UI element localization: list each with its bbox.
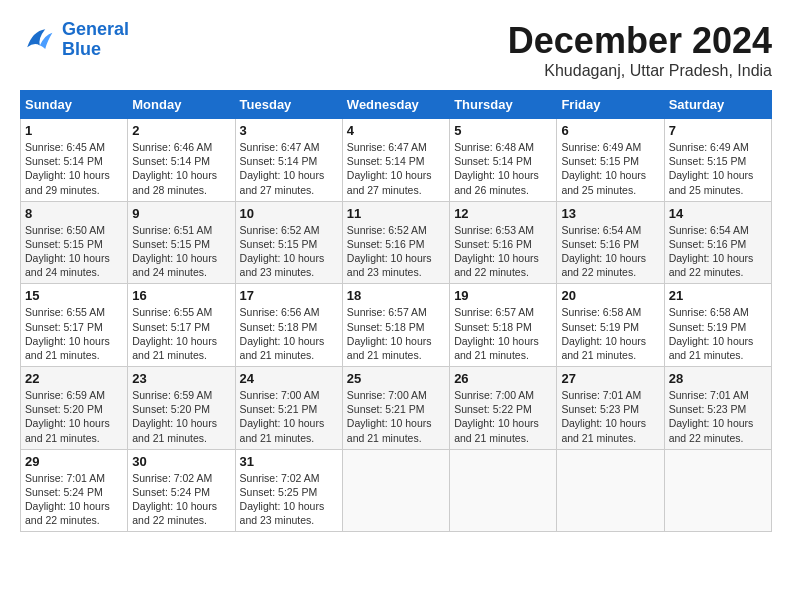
logo: General Blue [20,20,129,60]
calendar-cell: 1Sunrise: 6:45 AMSunset: 5:14 PMDaylight… [21,119,128,202]
calendar-cell: 7Sunrise: 6:49 AMSunset: 5:15 PMDaylight… [664,119,771,202]
calendar-cell: 31Sunrise: 7:02 AMSunset: 5:25 PMDayligh… [235,449,342,532]
day-number: 26 [454,371,552,386]
calendar-header-row: SundayMondayTuesdayWednesdayThursdayFrid… [21,91,772,119]
day-info: Sunrise: 7:02 AMSunset: 5:25 PMDaylight:… [240,471,338,528]
calendar-cell: 5Sunrise: 6:48 AMSunset: 5:14 PMDaylight… [450,119,557,202]
day-number: 4 [347,123,445,138]
calendar-cell: 4Sunrise: 6:47 AMSunset: 5:14 PMDaylight… [342,119,449,202]
day-info: Sunrise: 7:01 AMSunset: 5:23 PMDaylight:… [561,388,659,445]
page-header: General Blue December 2024 Khudaganj, Ut… [20,20,772,80]
calendar-cell: 30Sunrise: 7:02 AMSunset: 5:24 PMDayligh… [128,449,235,532]
day-info: Sunrise: 6:48 AMSunset: 5:14 PMDaylight:… [454,140,552,197]
calendar-cell: 29Sunrise: 7:01 AMSunset: 5:24 PMDayligh… [21,449,128,532]
day-info: Sunrise: 6:52 AMSunset: 5:16 PMDaylight:… [347,223,445,280]
day-info: Sunrise: 6:59 AMSunset: 5:20 PMDaylight:… [132,388,230,445]
calendar-cell: 22Sunrise: 6:59 AMSunset: 5:20 PMDayligh… [21,367,128,450]
day-info: Sunrise: 6:51 AMSunset: 5:15 PMDaylight:… [132,223,230,280]
calendar-cell: 16Sunrise: 6:55 AMSunset: 5:17 PMDayligh… [128,284,235,367]
day-info: Sunrise: 6:55 AMSunset: 5:17 PMDaylight:… [25,305,123,362]
day-of-week-header: Friday [557,91,664,119]
day-info: Sunrise: 7:01 AMSunset: 5:24 PMDaylight:… [25,471,123,528]
calendar-cell: 14Sunrise: 6:54 AMSunset: 5:16 PMDayligh… [664,201,771,284]
logo-line2: Blue [62,39,101,59]
location-subtitle: Khudaganj, Uttar Pradesh, India [508,62,772,80]
day-info: Sunrise: 6:56 AMSunset: 5:18 PMDaylight:… [240,305,338,362]
day-number: 6 [561,123,659,138]
day-info: Sunrise: 6:49 AMSunset: 5:15 PMDaylight:… [669,140,767,197]
logo-text: General Blue [62,20,129,60]
day-of-week-header: Saturday [664,91,771,119]
day-number: 31 [240,454,338,469]
day-info: Sunrise: 7:02 AMSunset: 5:24 PMDaylight:… [132,471,230,528]
month-title: December 2024 [508,20,772,62]
calendar-cell: 2Sunrise: 6:46 AMSunset: 5:14 PMDaylight… [128,119,235,202]
day-of-week-header: Monday [128,91,235,119]
day-number: 8 [25,206,123,221]
day-number: 18 [347,288,445,303]
day-number: 30 [132,454,230,469]
day-info: Sunrise: 7:00 AMSunset: 5:21 PMDaylight:… [347,388,445,445]
calendar-cell: 12Sunrise: 6:53 AMSunset: 5:16 PMDayligh… [450,201,557,284]
day-info: Sunrise: 6:47 AMSunset: 5:14 PMDaylight:… [347,140,445,197]
day-number: 12 [454,206,552,221]
day-number: 24 [240,371,338,386]
day-number: 14 [669,206,767,221]
day-number: 10 [240,206,338,221]
calendar-cell: 17Sunrise: 6:56 AMSunset: 5:18 PMDayligh… [235,284,342,367]
calendar-week-row: 29Sunrise: 7:01 AMSunset: 5:24 PMDayligh… [21,449,772,532]
day-info: Sunrise: 6:57 AMSunset: 5:18 PMDaylight:… [347,305,445,362]
calendar-cell: 26Sunrise: 7:00 AMSunset: 5:22 PMDayligh… [450,367,557,450]
day-info: Sunrise: 6:49 AMSunset: 5:15 PMDaylight:… [561,140,659,197]
day-number: 11 [347,206,445,221]
day-info: Sunrise: 7:00 AMSunset: 5:22 PMDaylight:… [454,388,552,445]
day-number: 19 [454,288,552,303]
day-info: Sunrise: 6:58 AMSunset: 5:19 PMDaylight:… [669,305,767,362]
calendar-cell: 10Sunrise: 6:52 AMSunset: 5:15 PMDayligh… [235,201,342,284]
day-info: Sunrise: 6:55 AMSunset: 5:17 PMDaylight:… [132,305,230,362]
calendar-cell: 23Sunrise: 6:59 AMSunset: 5:20 PMDayligh… [128,367,235,450]
day-number: 9 [132,206,230,221]
day-number: 15 [25,288,123,303]
calendar-cell: 19Sunrise: 6:57 AMSunset: 5:18 PMDayligh… [450,284,557,367]
day-number: 17 [240,288,338,303]
calendar-cell [664,449,771,532]
day-number: 25 [347,371,445,386]
day-number: 16 [132,288,230,303]
day-info: Sunrise: 6:59 AMSunset: 5:20 PMDaylight:… [25,388,123,445]
calendar-week-row: 1Sunrise: 6:45 AMSunset: 5:14 PMDaylight… [21,119,772,202]
day-info: Sunrise: 6:50 AMSunset: 5:15 PMDaylight:… [25,223,123,280]
day-of-week-header: Thursday [450,91,557,119]
day-info: Sunrise: 6:45 AMSunset: 5:14 PMDaylight:… [25,140,123,197]
day-number: 28 [669,371,767,386]
calendar-cell [557,449,664,532]
calendar-cell: 15Sunrise: 6:55 AMSunset: 5:17 PMDayligh… [21,284,128,367]
day-number: 2 [132,123,230,138]
calendar-week-row: 8Sunrise: 6:50 AMSunset: 5:15 PMDaylight… [21,201,772,284]
day-number: 23 [132,371,230,386]
calendar-cell [450,449,557,532]
day-info: Sunrise: 6:54 AMSunset: 5:16 PMDaylight:… [669,223,767,280]
day-info: Sunrise: 6:58 AMSunset: 5:19 PMDaylight:… [561,305,659,362]
calendar-cell: 13Sunrise: 6:54 AMSunset: 5:16 PMDayligh… [557,201,664,284]
day-number: 27 [561,371,659,386]
day-info: Sunrise: 6:47 AMSunset: 5:14 PMDaylight:… [240,140,338,197]
day-info: Sunrise: 7:01 AMSunset: 5:23 PMDaylight:… [669,388,767,445]
calendar-cell: 3Sunrise: 6:47 AMSunset: 5:14 PMDaylight… [235,119,342,202]
day-info: Sunrise: 6:46 AMSunset: 5:14 PMDaylight:… [132,140,230,197]
calendar-cell: 21Sunrise: 6:58 AMSunset: 5:19 PMDayligh… [664,284,771,367]
calendar-cell [342,449,449,532]
day-info: Sunrise: 6:57 AMSunset: 5:18 PMDaylight:… [454,305,552,362]
day-number: 13 [561,206,659,221]
calendar-cell: 28Sunrise: 7:01 AMSunset: 5:23 PMDayligh… [664,367,771,450]
calendar-cell: 25Sunrise: 7:00 AMSunset: 5:21 PMDayligh… [342,367,449,450]
title-block: December 2024 Khudaganj, Uttar Pradesh, … [508,20,772,80]
day-number: 22 [25,371,123,386]
logo-bird-icon [20,22,56,58]
calendar-cell: 8Sunrise: 6:50 AMSunset: 5:15 PMDaylight… [21,201,128,284]
day-info: Sunrise: 6:54 AMSunset: 5:16 PMDaylight:… [561,223,659,280]
calendar-cell: 18Sunrise: 6:57 AMSunset: 5:18 PMDayligh… [342,284,449,367]
day-of-week-header: Tuesday [235,91,342,119]
day-number: 1 [25,123,123,138]
calendar-body: 1Sunrise: 6:45 AMSunset: 5:14 PMDaylight… [21,119,772,532]
